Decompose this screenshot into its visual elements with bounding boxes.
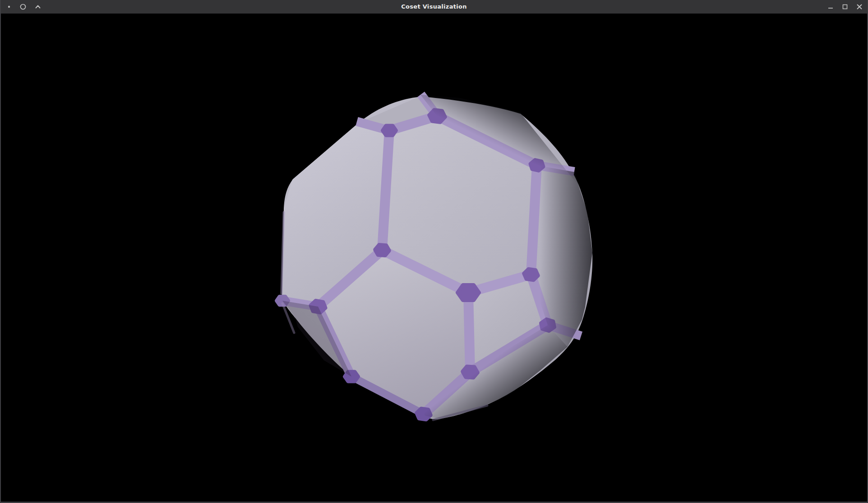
dot-icon: [5, 3, 13, 10]
app-window: Coset Visualization: [0, 0, 868, 503]
close-icon[interactable]: [856, 3, 863, 10]
maximize-icon[interactable]: [841, 3, 849, 10]
circle-icon[interactable]: [19, 3, 27, 10]
viewport-3d[interactable]: [1, 14, 867, 502]
minimize-icon[interactable]: [827, 3, 834, 10]
chevron-up-icon[interactable]: [34, 3, 42, 10]
window-title: Coset Visualization: [1, 0, 867, 14]
titlebar: Coset Visualization: [1, 0, 867, 14]
